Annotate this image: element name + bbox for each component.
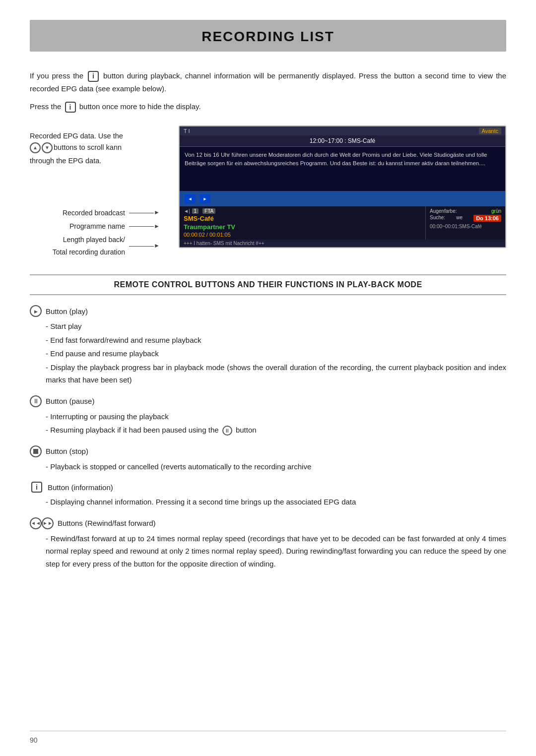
arrow-head-2: ► xyxy=(154,221,160,232)
rewind-button-label-row: ◄◄ ►► Buttons (Rewind/fast forward) xyxy=(30,517,506,529)
through-epg-text: through the EPG data. xyxy=(30,155,179,167)
epg-time-header: 12:00~17:00 : SMS-Café xyxy=(180,135,505,147)
stop-item-1: Playback is stopped or cancelled (revert… xyxy=(46,460,506,473)
intro-text-2a: Press the xyxy=(30,102,61,111)
stop-square-icon xyxy=(33,449,38,454)
rewind-bullet-list: Rewind/fast forward at up to 24 times no… xyxy=(46,532,506,570)
scroll-text: buttons to scroll kann xyxy=(54,142,122,153)
epg-bottom-section: ◄| 1 FTA SMS-Café Traumpartner TV 00:00:… xyxy=(180,206,505,240)
play-item-4: Display the playback progress bar in pla… xyxy=(46,361,506,386)
pause-item-2: Resuming playback if it had been paused … xyxy=(46,424,506,437)
remote-section-header: REMOTE CONTROL BUTTONS AND THEIR FUNCTIO… xyxy=(30,274,506,295)
intro-text-1b: button during playback, channel informat… xyxy=(30,71,506,93)
info-icon-1: i xyxy=(88,71,99,82)
info-button-icon: i xyxy=(31,482,42,493)
stop-button-section: Button (stop) Playback is stopped or can… xyxy=(30,445,506,473)
suche-label: Suche: xyxy=(430,215,445,222)
rewind-label: Buttons (Rewind/fast forward) xyxy=(58,519,156,527)
info-bullet-list: Displaying channel information. Pressing… xyxy=(46,496,506,508)
nav-buttons-row: buttons to scroll kann xyxy=(30,142,179,153)
length-played-label: Length played back/ Total recording dura… xyxy=(40,234,129,258)
epg-description: Von 12 bis 16 Uhr führen unsere Moderato… xyxy=(180,147,505,191)
pause-icon-inline: ⏸ xyxy=(222,426,232,436)
recorded-epg-label: Recorded EPG data. Use the buttons to sc… xyxy=(30,130,179,167)
augenfarbe-label: Augenfarbe: xyxy=(430,208,457,214)
epg-left-annotations: Recorded EPG data. Use the buttons to sc… xyxy=(30,126,179,259)
play-triangle-icon xyxy=(34,308,38,315)
rewind-icon: ◄◄ xyxy=(30,517,42,529)
epg-ticker: +++ I hatten- SMS mit Nachricht #++ xyxy=(180,240,505,247)
vol-icon: ◄| xyxy=(184,208,190,214)
play-bullet-list: Start play End fast forward/rewind and r… xyxy=(46,320,506,386)
pause-button-section: ⏸ Button (pause) Interrupting or pausing… xyxy=(30,395,506,437)
ff-icon: ►► xyxy=(42,517,54,529)
intro-paragraph-1: If you press the i button during playbac… xyxy=(30,69,506,95)
arrow-head-3: ► xyxy=(154,241,160,252)
epg-time-range: 00:00~00:01:SMS-Café xyxy=(430,224,501,229)
play-button-label-row: Button (play) xyxy=(30,305,506,317)
epg-screenshot: T I Avantc 12:00~17:00 : SMS-Café Von 12… xyxy=(179,126,506,248)
suche-value: we xyxy=(456,215,463,222)
epg-top-bar: T I Avantc xyxy=(180,126,505,135)
epg-bottom-right: Augenfarbe: grün Suche: we Do 13:06 00:0… xyxy=(426,206,505,240)
play-item-3: End pause and resume playback xyxy=(46,347,506,360)
epg-top-left: T I xyxy=(184,128,190,134)
epg-duration: 00:00:02 / 00:01:05 xyxy=(184,232,421,238)
length-played-row: Length played back/ Total recording dura… xyxy=(40,234,179,258)
stop-icon xyxy=(30,445,42,457)
rewind-ff-icons: ◄◄ ►► xyxy=(30,517,54,529)
pause-button-label-row: ⏸ Button (pause) xyxy=(30,395,506,407)
intro-paragraph-2: Press the i button once more to hide the… xyxy=(30,102,506,113)
pause-item-1: Interrupting or pausing the playback xyxy=(46,410,506,423)
page-title-bar: RECORDING LIST xyxy=(30,20,506,52)
info-button-label-row: i Button (information) xyxy=(30,482,506,493)
play-icon xyxy=(30,305,42,317)
stop-button-label-row: Button (stop) xyxy=(30,445,506,457)
time-badge: Do 13:06 xyxy=(473,215,501,222)
epg-volume-row: ◄| 1 FTA xyxy=(184,208,421,214)
pause-bullet-list: Interrupting or pausing the playback Res… xyxy=(46,410,506,437)
arrow-down-icon xyxy=(42,142,53,153)
epg-suche-row: Suche: we Do 13:06 xyxy=(430,215,501,222)
epg-display: T I Avantc 12:00~17:00 : SMS-Café Von 12… xyxy=(179,126,506,248)
info-button-section: i Button (information) Displaying channe… xyxy=(30,482,506,508)
rewind-item-1: Rewind/fast forward at up to 24 times no… xyxy=(46,532,506,570)
recorded-broadcast-label: Recorded broadcast xyxy=(40,207,129,219)
play-button-section: Button (play) Start play End fast forwar… xyxy=(30,305,506,386)
page-title: RECORDING LIST xyxy=(201,29,335,44)
epg-bottom-left: ◄| 1 FTA SMS-Café Traumpartner TV 00:00:… xyxy=(180,206,426,240)
epg-icon-rewind: ◄ xyxy=(185,194,196,203)
play-item-2: End fast forward/rewind and resume playb… xyxy=(46,334,506,347)
programme-name-row: Programme name ► xyxy=(40,220,179,233)
epg-blue-bar: ◄ ► xyxy=(180,191,505,206)
intro-text-2b: button once more to hide the display. xyxy=(79,102,201,111)
recorded-broadcast-row: Recorded broadcast ► xyxy=(40,207,179,219)
augenfarbe-value: grün xyxy=(491,208,501,214)
pause-icon: ⏸ xyxy=(30,395,42,407)
programme-name-arrow: ► xyxy=(129,221,160,232)
play-label: Button (play) xyxy=(46,307,88,315)
epg-pointer-labels: Recorded broadcast ► Programme name ► xyxy=(40,207,179,259)
epg-top-right: Avantc xyxy=(479,127,501,134)
epg-augenfarbe-row: Augenfarbe: grün xyxy=(430,208,501,214)
epg-icon-forward: ► xyxy=(200,194,210,203)
info-label: Button (information) xyxy=(48,483,113,492)
epg-wrapper: Recorded EPG data. Use the buttons to sc… xyxy=(30,126,506,259)
epg-channel-name: SMS-Café xyxy=(184,215,421,222)
epg-programme-name: Traumpartner TV xyxy=(184,223,421,231)
programme-name-label: Programme name xyxy=(40,220,129,233)
channel-num-badge: 1 xyxy=(192,208,199,214)
stop-bullet-list: Playback is stopped or cancelled (revert… xyxy=(46,460,506,473)
page-number: 90 xyxy=(30,736,38,744)
arrow-head-1: ► xyxy=(154,207,160,218)
info-icon-2: i xyxy=(65,102,76,113)
rewind-button-section: ◄◄ ►► Buttons (Rewind/fast forward) Rewi… xyxy=(30,517,506,570)
stop-label: Button (stop) xyxy=(46,447,88,455)
bottom-border xyxy=(30,731,506,731)
intro-text-1a: If you press the xyxy=(30,71,83,80)
recorded-broadcast-arrow: ► xyxy=(129,207,160,218)
play-item-1: Start play xyxy=(46,320,506,333)
info-item-1: Displaying channel information. Pressing… xyxy=(46,496,506,508)
arrow-up-icon xyxy=(30,142,41,153)
length-played-arrow: ► xyxy=(129,241,160,252)
